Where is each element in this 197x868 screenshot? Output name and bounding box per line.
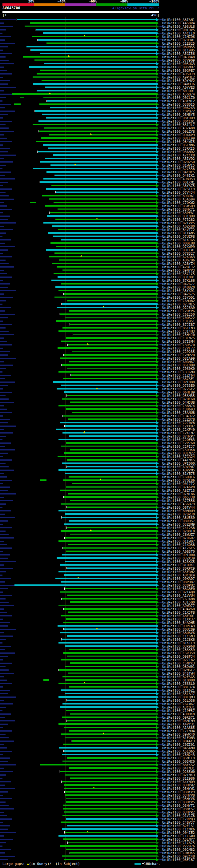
alignment-bar[interactable] [23,56,156,58]
alignment-bar[interactable] [66,798,156,799]
alignment-bar[interactable] [27,46,156,48]
alignment-bar[interactable] [59,669,156,671]
alignment-bar[interactable] [46,249,156,251]
alignment-bar[interactable] [58,456,156,457]
alignment-bar[interactable] [43,222,156,223]
alignment-bar[interactable] [55,252,156,254]
alignment-bar[interactable] [70,500,156,501]
alignment-bar[interactable] [64,628,156,630]
alignment-bar[interactable] [46,117,156,119]
alignment-bar[interactable] [59,747,156,748]
alignment-bar[interactable] [69,686,156,688]
alignment-bar[interactable] [45,158,156,159]
alignment-bar[interactable] [30,22,156,24]
alignment-bar[interactable] [43,144,156,146]
alignment-bar[interactable] [53,154,156,156]
alignment-bar[interactable] [35,110,156,112]
alignment-bar[interactable] [64,859,156,860]
alignment-bar[interactable] [56,191,156,193]
alignment-bar[interactable] [65,774,156,776]
alignment-bar[interactable] [64,787,156,789]
alignment-bar[interactable] [63,547,156,549]
alignment-bar[interactable] [59,723,156,725]
alignment-bar[interactable] [58,347,156,349]
alignment-bar[interactable] [61,734,156,735]
alignment-bar[interactable] [46,188,156,190]
alignment-bar[interactable] [62,303,156,305]
alignment-bar[interactable] [62,639,156,640]
alignment-bar[interactable] [40,53,156,54]
alignment-bar[interactable] [58,625,156,627]
alignment-bar[interactable] [63,838,156,840]
alignment-bar[interactable] [62,554,156,555]
alignment-bar[interactable] [60,771,156,772]
alignment-bar[interactable] [68,493,156,495]
alignment-bar[interactable] [65,561,156,562]
alignment-bar[interactable] [64,750,156,752]
alignment-bar[interactable] [40,764,156,766]
alignment-bar[interactable] [72,412,156,413]
alignment-bar[interactable] [70,601,156,603]
alignment-bar[interactable] [63,703,156,705]
alignment-bar[interactable] [57,388,156,390]
alignment-bar[interactable] [33,83,156,85]
alignment-bar[interactable] [70,323,156,325]
alignment-bar[interactable] [33,76,156,78]
alignment-bar[interactable] [69,310,156,312]
alignment-bar[interactable] [53,236,156,237]
alignment-bar[interactable] [66,618,156,620]
alignment-bar[interactable] [63,652,156,654]
alignment-bar[interactable] [59,469,156,471]
alignment-bar[interactable] [65,645,156,647]
alignment-bar[interactable] [34,59,156,61]
alignment-bar[interactable] [60,591,156,593]
alignment-bar[interactable] [64,354,156,355]
alignment-fragment[interactable] [30,202,35,203]
alignment-bar[interactable] [52,262,156,264]
alignment-bar[interactable] [58,276,156,278]
alignment-bar[interactable] [59,605,156,606]
alignment-bar[interactable] [59,331,156,332]
alignment-bar[interactable] [33,168,156,169]
alignment-bar[interactable] [63,378,156,379]
alignment-bar[interactable] [69,476,156,477]
alignment-bar[interactable] [67,635,156,637]
alignment-bar[interactable] [40,181,156,183]
alignment-bar[interactable] [64,523,156,525]
alignment-bar[interactable] [61,239,156,241]
alignment-bar[interactable] [65,693,156,694]
alignment-bar[interactable] [69,520,156,522]
alignment-bar[interactable] [64,727,156,728]
alignment-bar[interactable] [66,442,156,444]
alignment-bar[interactable] [70,852,156,854]
alignment-bar[interactable] [65,588,156,589]
alignment-bar[interactable] [55,175,156,176]
alignment-bar[interactable] [63,327,156,329]
alignment-fragment[interactable] [14,103,21,105]
row-label[interactable]: UniRef100_Q6F1B7 [162,858,195,862]
alignment-bar[interactable] [67,527,156,528]
alignment-bar[interactable] [61,581,156,583]
alignment-bar[interactable] [62,716,156,718]
alignment-bar[interactable] [72,483,156,484]
alignment-bar[interactable] [25,26,156,27]
alignment-bar[interactable] [70,662,156,664]
alignment-bar[interactable] [65,666,156,667]
alignment-bar[interactable] [59,683,156,684]
alignment-bar[interactable] [61,341,156,342]
alignment-bar[interactable] [72,740,156,742]
alignment-bar[interactable] [66,408,156,410]
alignment-bar[interactable] [66,818,156,820]
alignment-bar[interactable] [67,655,156,657]
alignment-bar[interactable] [69,435,156,437]
alignment-bar[interactable] [63,676,156,677]
alignment-bar[interactable] [59,835,156,837]
alignment-bar[interactable] [63,815,156,816]
alignment-bar[interactable] [62,398,156,400]
alignment-bar[interactable] [67,300,156,302]
alignment-bar[interactable] [59,571,156,572]
alignment-bar[interactable] [45,87,156,88]
alignment-bar[interactable] [60,564,156,566]
alignment-bar[interactable] [65,791,156,793]
alignment-bar[interactable] [59,259,156,261]
